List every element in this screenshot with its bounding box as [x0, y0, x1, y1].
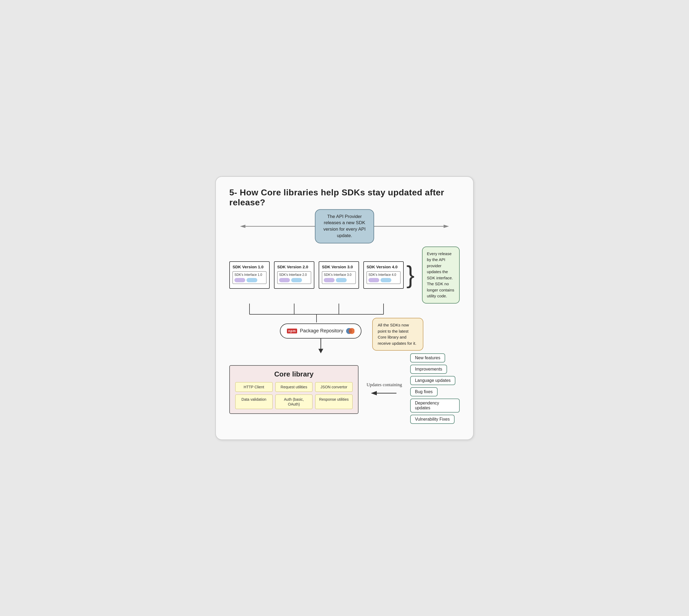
sdk-interface-3: SDK's Interface 3.0: [322, 271, 356, 284]
diagram-container: 5- How Core libraries help SDKs stay upd…: [215, 176, 474, 440]
update-tag-3: Bug fixes: [410, 387, 438, 396]
sdk-note: Every release by the API provider update…: [422, 246, 460, 304]
core-library-grid: HTTP Client Request utilities JSON conve…: [235, 382, 353, 409]
sdk-title-4: SDK Version 4.0: [366, 265, 400, 269]
sdk-box-1: SDK Version 1.0 SDK's Interface 1.0: [229, 261, 270, 289]
update-tag-5: Vulnerability Fixes: [410, 415, 454, 424]
update-tag-2: Language updates: [410, 376, 455, 385]
pill-purple-1: [235, 278, 245, 282]
core-library-title: Core library: [235, 370, 353, 378]
pill-blue-4: [381, 278, 391, 282]
curly-brace-icon: }: [406, 265, 415, 285]
sdk-pills-3: [324, 278, 354, 282]
sdk-interface-label-3: SDK's Interface 3.0: [324, 273, 354, 277]
api-bubble: The API Provider releases a new SDK vers…: [315, 209, 374, 243]
package-flow: npm Package Repository: [229, 324, 361, 353]
sdk-box-2: SDK Version 2.0 SDK's Interface 2.0: [274, 261, 314, 289]
page-title: 5- How Core libraries help SDKs stay upd…: [229, 188, 460, 207]
down-arrowhead: [318, 349, 323, 353]
core-library-row: Core library HTTP Client Request utiliti…: [229, 353, 460, 426]
updates-arrow-svg: [371, 389, 398, 397]
pill-blue-2: [291, 278, 302, 282]
core-item-3: Data validation: [235, 395, 273, 409]
down-arrow-svg: [317, 338, 325, 353]
sdk-pills-1: [235, 278, 265, 282]
sdk-pills-4: [369, 278, 399, 282]
sdk-versions-row: SDK Version 1.0 SDK's Interface 1.0 SDK …: [229, 246, 460, 304]
updates-label: Updates containing: [366, 382, 402, 388]
sdk-interface-label-4: SDK's Interface 4.0: [369, 273, 399, 277]
top-arrow-section: The API Provider releases a new SDK vers…: [229, 216, 460, 237]
package-repo-label: Package Repository: [300, 328, 343, 334]
svg-point-9: [349, 328, 354, 334]
api-bubble-text: The API Provider releases a new SDK vers…: [324, 214, 366, 238]
pill-purple-2: [279, 278, 290, 282]
sdk-title-2: SDK Version 2.0: [277, 265, 311, 269]
pill-blue-1: [247, 278, 257, 282]
sdk-box-3: SDK Version 3.0 SDK's Interface 3.0: [319, 261, 359, 289]
sdk-box-4: SDK Version 4.0 SDK's Interface 4.0: [363, 261, 404, 289]
sdk-interface-label-1: SDK's Interface 1.0: [235, 273, 265, 277]
npm-badge: npm: [287, 329, 297, 333]
pill-blue-3: [336, 278, 347, 282]
left-update-arrowhead: [371, 391, 377, 395]
updates-arrow-group: Updates containing: [366, 382, 402, 397]
sdk-interface-2: SDK's Interface 2.0: [277, 271, 311, 284]
left-arrowhead: [240, 225, 245, 228]
sdk-title-1: SDK Version 1.0: [232, 265, 266, 269]
package-icon: [346, 327, 354, 335]
package-repo-row: npm Package Repository All the SDKs now …: [229, 324, 460, 353]
core-item-2: JSON convertor: [315, 382, 353, 392]
sdk-title-3: SDK Version 3.0: [322, 265, 356, 269]
update-tag-4: Dependency updates: [410, 399, 460, 413]
package-repo-box: npm Package Repository: [280, 324, 361, 338]
sdk-interface-4: SDK's Interface 4.0: [366, 271, 400, 284]
sdk-interface-label-2: SDK's Interface 2.0: [279, 273, 309, 277]
core-item-0: HTTP Client: [235, 382, 273, 392]
core-library-box: Core library HTTP Client Request utiliti…: [229, 365, 358, 414]
update-tag-1: Improvements: [410, 365, 447, 374]
update-tags-section: New features Improvements Language updat…: [410, 353, 460, 426]
sdk-boxes: SDK Version 1.0 SDK's Interface 1.0 SDK …: [229, 261, 404, 289]
connector-area: [229, 304, 460, 324]
core-item-5: Response utilities: [315, 395, 353, 409]
pill-purple-3: [324, 278, 335, 282]
sdk-note-group: } Every release by the API provider upda…: [406, 246, 460, 304]
sdk-interface-1: SDK's Interface 1.0: [232, 271, 266, 284]
pill-purple-4: [369, 278, 379, 282]
sdk-pills-2: [279, 278, 309, 282]
core-item-4: Auth (basic, OAuth): [275, 395, 313, 409]
update-tag-0: New features: [410, 353, 445, 362]
core-item-1: Request utilities: [275, 382, 313, 392]
sdk-connectors-svg: [229, 304, 407, 323]
right-arrowhead: [444, 225, 449, 228]
